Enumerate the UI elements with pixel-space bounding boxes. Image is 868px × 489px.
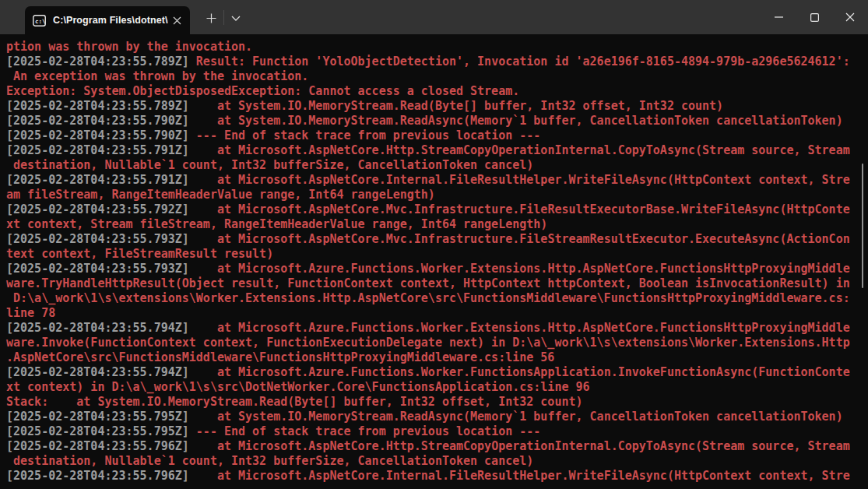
terminal-line: [2025-02-28T04:23:55.795Z] --- End of st… [6,424,868,439]
log-error-text: destination, Nullable`1 count, Int32 buf… [6,158,533,172]
log-error-text: An exception was thrown by the invocatio… [6,69,308,83]
terminal-line: [2025-02-28T04:23:55.794Z] at Microsoft.… [6,321,868,336]
log-error-text: at Microsoft.AspNetCore.Internal.FileRes… [189,173,850,187]
log-error-text: Result: Function 'YoloObjectDetection', … [189,55,850,69]
terminal-line: destination, Nullable`1 count, Int32 buf… [6,158,868,173]
log-timestamp: [2025-02-28T04:23:55.789Z] [6,55,189,69]
terminal-window: c:\ C:\Program Files\dotnet\dotn [0,0,868,489]
minimize-button[interactable] [761,0,796,34]
tab-dropdown-button[interactable] [224,6,248,30]
maximize-button[interactable] [796,0,832,34]
log-error-text: .AspNetCore\src\FunctionsMiddleware\Func… [6,350,554,364]
scrollbar-thumb[interactable] [862,164,863,288]
log-error-text: at Microsoft.Azure.Functions.Worker.Exte… [189,262,850,276]
terminal-line: [2025-02-28T04:23:55.793Z] at Microsoft.… [6,232,868,247]
log-error-text: xt context, Stream fileStream, RangeItem… [6,217,547,231]
terminal-line: [2025-02-28T04:23:55.795Z] at System.IO.… [6,410,868,424]
terminal-line: [2025-02-28T04:23:55.792Z] at Microsoft.… [6,202,868,217]
titlebar[interactable]: c:\ C:\Program Files\dotnet\dotn [0,0,868,34]
log-timestamp: [2025-02-28T04:23:55.791Z] [6,143,189,157]
minimize-icon [775,16,783,18]
log-error-text: xt context) in D:\a\_work\1\s\src\DotNet… [6,380,590,394]
terminal-line: am fileStream, RangeItemHeaderValue rang… [6,188,868,202]
log-error-text: --- End of stack trace from previous loc… [189,128,541,142]
terminal-line: [2025-02-28T04:23:55.794Z] at Microsoft.… [6,365,868,380]
log-timestamp: [2025-02-28T04:23:55.796Z] [6,469,189,483]
terminal-line: [2025-02-28T04:23:55.789Z] at System.IO.… [6,99,868,114]
log-error-text: ption was thrown by the invocation. [6,40,252,54]
tab-close-icon [173,16,181,25]
log-error-text: at Microsoft.AspNetCore.Http.StreamCopyO… [189,143,850,157]
new-tab-plus-icon [206,13,216,23]
terminal-line: D:\a\_work\1\s\extensions\Worker.Extensi… [6,291,868,306]
log-error-text: ware.TryHandleHttpResult(Object result, … [6,276,850,290]
log-timestamp: [2025-02-28T04:23:55.793Z] [6,262,189,276]
tab-active[interactable]: c:\ C:\Program Files\dotnet\dotn [25,6,190,34]
terminal-line: Exception: System.ObjectDisposedExceptio… [6,84,868,99]
log-timestamp: [2025-02-28T04:23:55.791Z] [6,173,189,187]
log-timestamp: [2025-02-28T04:23:55.789Z] [6,99,189,113]
terminal-line: [2025-02-28T04:23:55.793Z] at Microsoft.… [6,262,868,276]
terminal-output[interactable]: ption was thrown by the invocation.[2025… [0,34,868,489]
log-timestamp: [2025-02-28T04:23:55.794Z] [6,365,189,379]
log-error-text: at System.IO.MemoryStream.Read(Byte[] bu… [189,99,723,113]
log-error-text: Exception: System.ObjectDisposedExceptio… [6,84,519,98]
terminal-line: ware.TryHandleHttpResult(Object result, … [6,276,868,291]
log-error-text: at System.IO.MemoryStream.ReadAsync(Memo… [189,114,843,128]
log-error-text: line 78 [6,306,55,320]
terminal-line: xt context) in D:\a\_work\1\s\src\DotNet… [6,380,868,395]
terminal-line: xt context, Stream fileStream, RangeItem… [6,217,868,232]
terminal-line: [2025-02-28T04:23:55.796Z] at Microsoft.… [6,469,868,484]
log-timestamp: [2025-02-28T04:23:55.790Z] [6,128,189,142]
log-timestamp: [2025-02-28T04:23:55.792Z] [6,202,189,216]
terminal-line: [2025-02-28T04:23:55.791Z] at Microsoft.… [6,143,868,158]
log-timestamp: [2025-02-28T04:23:55.796Z] [6,439,189,453]
terminal-line: text context, FileStreamResult result) [6,247,868,262]
terminal-line: [2025-02-28T04:23:55.796Z] at Microsoft.… [6,439,868,454]
log-error-text: at Microsoft.AspNetCore.Internal.FileRes… [189,469,850,483]
log-timestamp: [2025-02-28T04:23:55.790Z] [6,114,189,128]
log-error-text: ware.Invoke(FunctionContext context, Fun… [6,336,850,350]
maximize-icon [810,13,819,22]
close-icon [845,12,855,22]
terminal-line: An exception was thrown by the invocatio… [6,69,868,84]
log-error-text: am fileStream, RangeItemHeaderValue rang… [6,188,435,202]
command-prompt-icon: c:\ [33,15,46,26]
terminal-line: Stack: at System.IO.MemoryStream.Read(By… [6,395,868,410]
new-tab-button[interactable] [199,6,223,30]
terminal-line: [2025-02-28T04:23:55.790Z] --- End of st… [6,128,868,143]
log-error-text: --- End of stack trace from previous loc… [189,424,541,438]
terminal-line: line 78 [6,306,868,321]
log-timestamp: [2025-02-28T04:23:55.794Z] [6,321,189,335]
log-error-text: at Microsoft.AspNetCore.Http.StreamCopyO… [189,439,850,453]
tab-close-button[interactable] [168,12,185,29]
terminal-line: ware.Invoke(FunctionContext context, Fun… [6,336,868,350]
tab-title: C:\Program Files\dotnet\dotn [53,15,168,26]
log-error-text: at System.IO.MemoryStream.ReadAsync(Memo… [189,410,843,424]
svg-text:c:\: c:\ [35,17,46,24]
terminal-line: .AspNetCore\src\FunctionsMiddleware\Func… [6,350,868,365]
terminal-line: [2025-02-28T04:23:55.789Z] Result: Funct… [6,55,868,69]
log-error-text: at Microsoft.Azure.Functions.Worker.Exte… [189,321,850,335]
close-button[interactable] [832,0,868,34]
terminal-line: destination, Nullable`1 count, Int32 buf… [6,454,868,469]
log-error-text: D:\a\_work\1\s\extensions\Worker.Extensi… [6,291,850,305]
log-timestamp: [2025-02-28T04:23:55.795Z] [6,410,189,424]
terminal-line: [2025-02-28T04:23:55.790Z] at System.IO.… [6,114,868,128]
log-error-text: at Microsoft.AspNetCore.Mvc.Infrastructu… [189,232,850,246]
log-timestamp: [2025-02-28T04:23:55.793Z] [6,232,189,246]
terminal-line: [2025-02-28T04:23:55.791Z] at Microsoft.… [6,173,868,188]
log-error-text: text context, FileStreamResult result) [6,247,273,261]
log-error-text: at Microsoft.Azure.Functions.Worker.Func… [189,365,850,379]
log-timestamp: [2025-02-28T04:23:55.795Z] [6,424,189,438]
log-error-text: Stack: at System.IO.MemoryStream.Read(By… [6,395,583,409]
log-error-text: at Microsoft.AspNetCore.Mvc.Infrastructu… [189,202,850,216]
chevron-down-icon [231,16,241,21]
log-error-text: destination, Nullable`1 count, Int32 buf… [6,454,533,468]
window-controls [761,0,868,34]
terminal-line: ption was thrown by the invocation. [6,40,868,55]
